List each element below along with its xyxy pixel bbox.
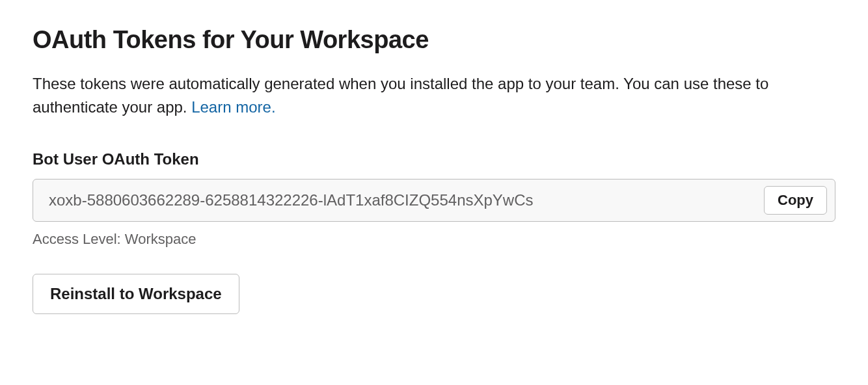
access-level-text: Access Level: Workspace — [33, 231, 835, 248]
page-description: These tokens were automatically generate… — [33, 72, 813, 119]
page-heading: OAuth Tokens for Your Workspace — [33, 26, 835, 54]
bot-token-input[interactable] — [49, 191, 756, 209]
reinstall-button[interactable]: Reinstall to Workspace — [33, 274, 239, 314]
bot-token-field: Copy — [33, 179, 835, 222]
copy-button[interactable]: Copy — [764, 186, 827, 215]
learn-more-link[interactable]: Learn more. — [191, 98, 275, 116]
description-text: These tokens were automatically generate… — [33, 75, 768, 116]
bot-token-label: Bot User OAuth Token — [33, 150, 835, 168]
